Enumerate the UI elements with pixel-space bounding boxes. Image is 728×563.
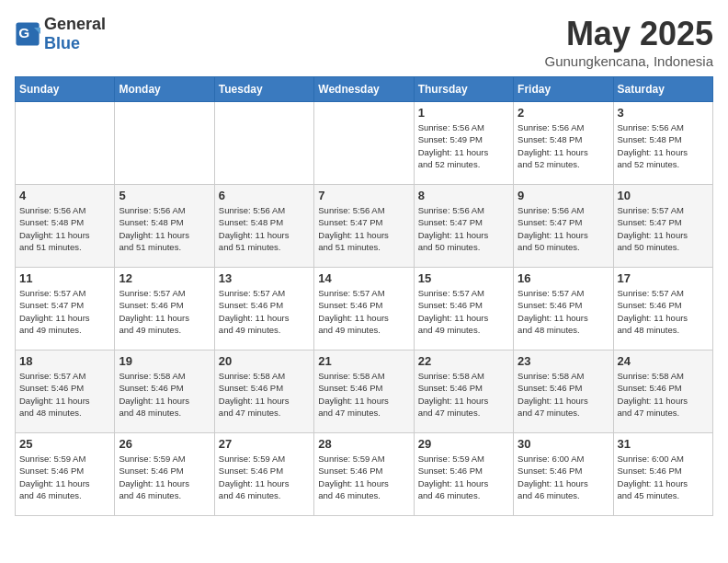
day-info: Sunrise: 5:58 AM Sunset: 5:46 PM Dayligh… (318, 370, 409, 419)
calendar-week-row: 18Sunrise: 5:57 AM Sunset: 5:46 PM Dayli… (16, 350, 713, 433)
calendar-cell: 16Sunrise: 5:57 AM Sunset: 5:46 PM Dayli… (514, 268, 613, 350)
day-info: Sunrise: 6:00 AM Sunset: 5:46 PM Dayligh… (618, 453, 709, 501)
calendar-day-header: Monday (115, 77, 214, 102)
day-number: 11 (19, 271, 110, 285)
calendar-table: SundayMondayTuesdayWednesdayThursdayFrid… (15, 76, 713, 516)
day-info: Sunrise: 5:59 AM Sunset: 5:46 PM Dayligh… (119, 453, 210, 501)
logo-blue: Blue (44, 34, 80, 52)
month-title: May 2025 (545, 15, 713, 53)
day-info: Sunrise: 5:56 AM Sunset: 5:47 PM Dayligh… (418, 204, 509, 253)
day-number: 6 (219, 189, 310, 202)
day-info: Sunrise: 5:57 AM Sunset: 5:46 PM Dayligh… (19, 370, 110, 419)
calendar-cell: 14Sunrise: 5:57 AM Sunset: 5:46 PM Dayli… (314, 268, 414, 350)
day-info: Sunrise: 5:58 AM Sunset: 5:46 PM Dayligh… (618, 370, 709, 419)
day-info: Sunrise: 5:56 AM Sunset: 5:48 PM Dayligh… (119, 204, 210, 253)
calendar-cell: 20Sunrise: 5:58 AM Sunset: 5:46 PM Dayli… (214, 350, 313, 433)
day-info: Sunrise: 5:58 AM Sunset: 5:46 PM Dayligh… (219, 370, 310, 419)
calendar-cell: 5Sunrise: 5:56 AM Sunset: 5:48 PM Daylig… (115, 185, 214, 268)
day-info: Sunrise: 5:58 AM Sunset: 5:46 PM Dayligh… (119, 370, 210, 419)
calendar-cell: 1Sunrise: 5:56 AM Sunset: 5:49 PM Daylig… (414, 102, 513, 185)
logo-text: General Blue (44, 15, 106, 53)
day-info: Sunrise: 5:57 AM Sunset: 5:46 PM Dayligh… (219, 287, 310, 336)
day-info: Sunrise: 5:57 AM Sunset: 5:46 PM Dayligh… (318, 287, 409, 336)
day-info: Sunrise: 5:56 AM Sunset: 5:48 PM Dayligh… (219, 204, 310, 253)
day-info: Sunrise: 5:57 AM Sunset: 5:46 PM Dayligh… (618, 287, 709, 336)
day-number: 12 (119, 271, 210, 285)
day-number: 25 (19, 437, 110, 451)
day-info: Sunrise: 5:57 AM Sunset: 5:47 PM Dayligh… (618, 204, 709, 253)
day-number: 17 (618, 271, 709, 285)
day-number: 3 (618, 106, 709, 120)
day-number: 27 (219, 437, 310, 451)
day-info: Sunrise: 5:56 AM Sunset: 5:48 PM Dayligh… (618, 121, 709, 170)
day-number: 8 (418, 189, 509, 202)
day-info: Sunrise: 5:59 AM Sunset: 5:46 PM Dayligh… (219, 453, 310, 501)
calendar-cell: 15Sunrise: 5:57 AM Sunset: 5:46 PM Dayli… (414, 268, 513, 350)
calendar-week-row: 1Sunrise: 5:56 AM Sunset: 5:49 PM Daylig… (16, 102, 713, 185)
calendar-cell: 23Sunrise: 5:58 AM Sunset: 5:46 PM Dayli… (514, 350, 613, 433)
logo: G General Blue (15, 15, 106, 53)
calendar-cell (214, 102, 313, 185)
calendar-cell: 4Sunrise: 5:56 AM Sunset: 5:48 PM Daylig… (16, 185, 115, 268)
calendar-cell: 8Sunrise: 5:56 AM Sunset: 5:47 PM Daylig… (414, 185, 513, 268)
calendar-cell: 31Sunrise: 6:00 AM Sunset: 5:46 PM Dayli… (613, 433, 712, 516)
calendar-cell: 3Sunrise: 5:56 AM Sunset: 5:48 PM Daylig… (613, 102, 712, 185)
calendar-cell: 17Sunrise: 5:57 AM Sunset: 5:46 PM Dayli… (613, 268, 712, 350)
day-info: Sunrise: 5:58 AM Sunset: 5:46 PM Dayligh… (418, 370, 509, 419)
day-number: 29 (418, 437, 509, 451)
title-block: May 2025 Gunungkencana, Indonesia (545, 15, 713, 69)
calendar-day-header: Sunday (16, 77, 115, 102)
calendar-day-header: Friday (514, 77, 613, 102)
calendar-cell: 9Sunrise: 5:56 AM Sunset: 5:47 PM Daylig… (514, 185, 613, 268)
calendar-cell (314, 102, 414, 185)
day-number: 19 (119, 354, 210, 368)
logo-general: General (44, 15, 106, 33)
calendar-day-header: Tuesday (214, 77, 313, 102)
day-info: Sunrise: 6:00 AM Sunset: 5:46 PM Dayligh… (518, 453, 609, 501)
day-number: 4 (19, 189, 110, 202)
calendar-cell: 26Sunrise: 5:59 AM Sunset: 5:46 PM Dayli… (115, 433, 214, 516)
day-info: Sunrise: 5:56 AM Sunset: 5:48 PM Dayligh… (518, 121, 609, 170)
calendar-cell: 7Sunrise: 5:56 AM Sunset: 5:47 PM Daylig… (314, 185, 414, 268)
calendar-cell: 25Sunrise: 5:59 AM Sunset: 5:46 PM Dayli… (16, 433, 115, 516)
calendar-cell: 22Sunrise: 5:58 AM Sunset: 5:46 PM Dayli… (414, 350, 513, 433)
day-number: 5 (119, 189, 210, 202)
day-number: 7 (318, 189, 409, 202)
day-number: 28 (318, 437, 409, 451)
day-number: 26 (119, 437, 210, 451)
page-header: G General Blue May 2025 Gunungkencana, I… (15, 15, 713, 69)
day-info: Sunrise: 5:59 AM Sunset: 5:46 PM Dayligh… (418, 453, 509, 501)
location-title: Gunungkencana, Indonesia (545, 53, 713, 69)
day-number: 2 (518, 106, 609, 120)
calendar-cell: 18Sunrise: 5:57 AM Sunset: 5:46 PM Dayli… (16, 350, 115, 433)
day-info: Sunrise: 5:58 AM Sunset: 5:46 PM Dayligh… (518, 370, 609, 419)
day-info: Sunrise: 5:59 AM Sunset: 5:46 PM Dayligh… (318, 453, 409, 501)
day-number: 30 (518, 437, 609, 451)
day-number: 21 (318, 354, 409, 368)
day-info: Sunrise: 5:56 AM Sunset: 5:47 PM Dayligh… (518, 204, 609, 253)
calendar-cell: 2Sunrise: 5:56 AM Sunset: 5:48 PM Daylig… (514, 102, 613, 185)
day-number: 23 (518, 354, 609, 368)
day-number: 24 (618, 354, 709, 368)
logo-icon: G (15, 21, 40, 47)
calendar-cell: 11Sunrise: 5:57 AM Sunset: 5:47 PM Dayli… (16, 268, 115, 350)
calendar-day-header: Wednesday (314, 77, 414, 102)
calendar-cell: 29Sunrise: 5:59 AM Sunset: 5:46 PM Dayli… (414, 433, 513, 516)
calendar-cell (16, 102, 115, 185)
day-number: 1 (418, 106, 509, 120)
day-number: 10 (618, 189, 709, 202)
day-info: Sunrise: 5:59 AM Sunset: 5:46 PM Dayligh… (19, 453, 110, 501)
calendar-cell: 13Sunrise: 5:57 AM Sunset: 5:46 PM Dayli… (214, 268, 313, 350)
calendar-week-row: 11Sunrise: 5:57 AM Sunset: 5:47 PM Dayli… (16, 268, 713, 350)
svg-text:G: G (18, 25, 29, 40)
calendar-header-row: SundayMondayTuesdayWednesdayThursdayFrid… (16, 77, 713, 102)
calendar-cell: 6Sunrise: 5:56 AM Sunset: 5:48 PM Daylig… (214, 185, 313, 268)
calendar-week-row: 25Sunrise: 5:59 AM Sunset: 5:46 PM Dayli… (16, 433, 713, 516)
day-info: Sunrise: 5:57 AM Sunset: 5:47 PM Dayligh… (19, 287, 110, 336)
day-number: 16 (518, 271, 609, 285)
day-number: 31 (618, 437, 709, 451)
calendar-day-header: Thursday (414, 77, 513, 102)
calendar-cell: 30Sunrise: 6:00 AM Sunset: 5:46 PM Dayli… (514, 433, 613, 516)
day-number: 9 (518, 189, 609, 202)
day-info: Sunrise: 5:57 AM Sunset: 5:46 PM Dayligh… (119, 287, 210, 336)
